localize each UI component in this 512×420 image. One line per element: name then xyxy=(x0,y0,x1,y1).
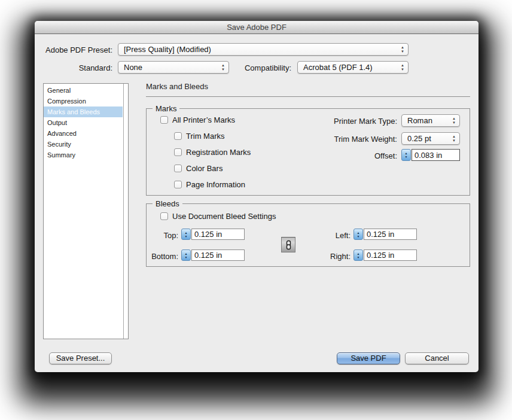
bleed-left-input[interactable] xyxy=(364,229,417,240)
offset-stepper[interactable]: ▲▼ xyxy=(401,149,411,161)
offset-input[interactable] xyxy=(412,149,460,161)
pane-heading: Marks and Bleeds xyxy=(146,82,208,91)
preset-value: [Press Quality] (Modified) xyxy=(124,45,211,54)
trim-mark-weight-select[interactable]: 0.25 pt ▲▼ xyxy=(401,132,460,145)
save-pdf-button[interactable]: Save PDF xyxy=(337,352,400,364)
cancel-button[interactable]: Cancel xyxy=(405,352,469,364)
marks-group: Marks All Printer’s Marks Trim Marks Reg… xyxy=(146,108,470,196)
all-printers-marks-label: All Printer’s Marks xyxy=(172,115,235,124)
desktop-background: Save Adobe PDF Adobe PDF Preset: [Press … xyxy=(0,0,512,420)
bleed-right-input[interactable] xyxy=(364,249,417,261)
standard-label: Standard: xyxy=(35,63,112,73)
offset-field: ▲▼ xyxy=(401,149,460,161)
sidebar-item-marks-and-bleeds[interactable]: Marks and Bleeds xyxy=(44,106,123,117)
trim-marks-label: Trim Marks xyxy=(186,132,225,141)
use-document-bleed-row: Use Document Bleed Settings xyxy=(160,212,276,221)
trim-marks-checkbox[interactable] xyxy=(174,132,182,140)
bleed-bottom-input[interactable] xyxy=(191,249,245,261)
all-printers-marks-checkbox[interactable] xyxy=(160,116,168,124)
sidebar-item-compression[interactable]: Compression xyxy=(44,96,123,106)
printer-mark-type-value: Roman xyxy=(407,116,432,125)
bleed-top-stepper[interactable]: ▲▼ xyxy=(181,229,191,240)
printer-mark-type-select[interactable]: Roman ▲▼ xyxy=(401,114,460,127)
preset-select[interactable]: [Press Quality] (Modified) ▲▼ xyxy=(118,43,409,56)
printer-mark-type-label: Printer Mark Type: xyxy=(278,117,397,126)
bleed-top-input[interactable] xyxy=(191,229,245,240)
bleed-left-label: Left: xyxy=(315,231,351,241)
preset-label: Adobe PDF Preset: xyxy=(35,45,112,55)
bleed-right-field: ▲▼ xyxy=(353,249,417,261)
all-printers-marks-row: All Printer’s Marks xyxy=(160,115,235,124)
bleed-bottom-field: ▲▼ xyxy=(181,249,245,261)
title-bar[interactable]: Save Adobe PDF xyxy=(35,21,479,34)
color-bars-checkbox[interactable] xyxy=(174,165,182,172)
marks-legend: Marks xyxy=(153,104,179,113)
trim-marks-row: Trim Marks xyxy=(174,132,225,141)
window-title: Save Adobe PDF xyxy=(227,23,287,32)
up-down-arrows-icon: ▲▼ xyxy=(452,117,456,125)
sidebar-item-advanced[interactable]: Advanced xyxy=(44,128,123,139)
registration-marks-label: Registration Marks xyxy=(186,148,251,157)
use-document-bleed-checkbox[interactable] xyxy=(160,212,168,220)
standard-select[interactable]: None ▲▼ xyxy=(118,61,229,74)
panes-listbox: General Compression Marks and Bleeds Out… xyxy=(43,83,129,339)
page-information-row: Page Information xyxy=(174,180,245,189)
bleed-top-label: Top: xyxy=(147,231,178,241)
trim-mark-weight-value: 0.25 pt xyxy=(407,134,431,143)
bleed-left-field: ▲▼ xyxy=(353,229,417,240)
link-bleed-values-button[interactable] xyxy=(281,237,295,252)
sidebar-item-security[interactable]: Security xyxy=(44,139,123,150)
bleed-top-field: ▲▼ xyxy=(181,229,245,240)
bleed-left-stepper[interactable]: ▲▼ xyxy=(353,229,363,240)
standard-value: None xyxy=(124,63,142,72)
bleed-bottom-stepper[interactable]: ▲▼ xyxy=(181,249,191,261)
bleeds-group: Bleeds Use Document Bleed Settings Top: … xyxy=(146,203,470,267)
registration-marks-checkbox[interactable] xyxy=(174,148,182,156)
sidebar-item-general[interactable]: General xyxy=(44,85,123,96)
use-document-bleed-label: Use Document Bleed Settings xyxy=(172,212,276,221)
offset-label: Offset: xyxy=(278,151,397,161)
trim-mark-weight-label: Trim Mark Weight: xyxy=(278,135,397,144)
compatibility-label: Compatibility: xyxy=(220,63,291,73)
color-bars-label: Color Bars xyxy=(186,164,223,173)
sidebar-item-summary[interactable]: Summary xyxy=(44,150,123,160)
up-down-arrows-icon: ▲▼ xyxy=(401,45,404,54)
sidebar-item-output[interactable]: Output xyxy=(44,117,123,128)
up-down-arrows-icon: ▲▼ xyxy=(452,135,456,143)
page-information-checkbox[interactable] xyxy=(174,181,182,188)
bleed-right-label: Right: xyxy=(315,252,351,261)
bleeds-legend: Bleeds xyxy=(153,199,182,208)
up-down-arrows-icon: ▲▼ xyxy=(401,63,404,72)
save-preset-button[interactable]: Save Preset... xyxy=(49,352,112,364)
bleed-bottom-label: Bottom: xyxy=(147,252,178,261)
compatibility-value: Acrobat 5 (PDF 1.4) xyxy=(303,63,373,72)
color-bars-row: Color Bars xyxy=(174,164,223,173)
chain-link-icon xyxy=(285,240,292,250)
bleed-right-stepper[interactable]: ▲▼ xyxy=(353,249,363,261)
compatibility-select[interactable]: Acrobat 5 (PDF 1.4) ▲▼ xyxy=(297,61,409,74)
page-information-label: Page Information xyxy=(186,180,245,189)
heading-divider xyxy=(146,96,470,97)
list-scrollbar[interactable] xyxy=(123,84,128,339)
save-adobe-pdf-dialog: Save Adobe PDF Adobe PDF Preset: [Press … xyxy=(35,21,479,372)
registration-marks-row: Registration Marks xyxy=(174,148,251,157)
